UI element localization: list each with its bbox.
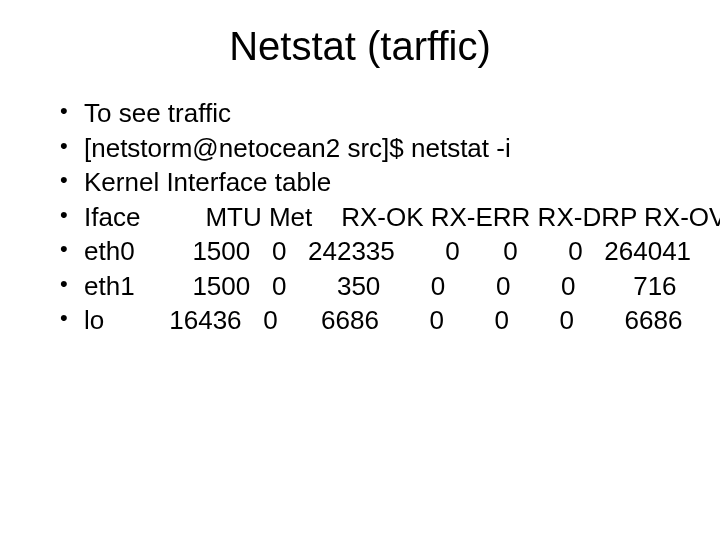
bullet-text: eth1 1500 0 350 0 0 0 716 0 0 0 BMRU	[84, 270, 720, 303]
bullet-text: lo 16436 0 6686 0 0 0 6686 0 0 0 LRU	[84, 304, 720, 337]
bullet-item: To see traffic	[60, 97, 680, 130]
bullet-list: To see traffic [netstorm@netocean2 src]$…	[40, 97, 680, 337]
bullet-text: Kernel Interface table	[84, 167, 331, 197]
slide-title: Netstat (tarffic)	[40, 24, 680, 69]
bullet-text: [netstorm@netocean2 src]$ netstat -i	[84, 133, 511, 163]
bullet-text: eth0 1500 0 242335 0 0 0 264041 0 0 0 BM…	[84, 235, 720, 268]
bullet-item: lo 16436 0 6686 0 0 0 6686 0 0 0 LRU	[60, 304, 680, 337]
bullet-item: eth1 1500 0 350 0 0 0 716 0 0 0 BMRU	[60, 270, 680, 303]
bullet-item: [netstorm@netocean2 src]$ netstat -i	[60, 132, 680, 165]
bullet-item: Kernel Interface table	[60, 166, 680, 199]
bullet-item: Iface MTU Met RX-OK RX-ERR RX-DRP RX-OVR…	[60, 201, 680, 234]
bullet-item: eth0 1500 0 242335 0 0 0 264041 0 0 0 BM…	[60, 235, 680, 268]
slide: Netstat (tarffic) To see traffic [netsto…	[0, 0, 720, 540]
bullet-text: To see traffic	[84, 98, 231, 128]
bullet-text: Iface MTU Met RX-OK RX-ERR RX-DRP RX-OVR…	[84, 201, 720, 234]
